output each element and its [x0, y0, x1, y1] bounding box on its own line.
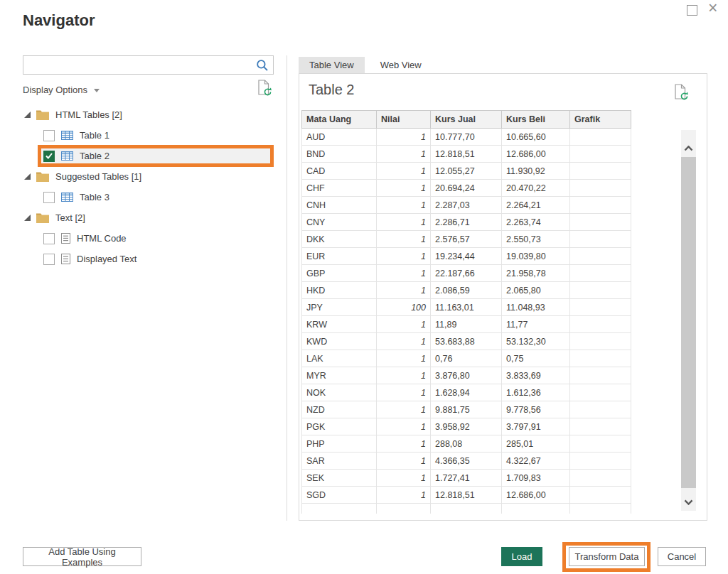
vertical-scrollbar[interactable] — [681, 130, 696, 511]
table-cell: DKK — [302, 231, 377, 248]
tree-item[interactable]: Table 1 — [23, 125, 274, 146]
cancel-button[interactable]: Cancel — [658, 547, 706, 566]
table-cell: LAK — [302, 350, 377, 367]
table-cell: 0,75 — [502, 350, 570, 367]
maximize-icon[interactable] — [687, 5, 697, 16]
table-cell: 21.958,78 — [502, 265, 570, 282]
table-cell: 12.818,51 — [431, 487, 502, 504]
table-cell: 12.686,00 — [502, 487, 570, 504]
table-cell — [570, 248, 631, 265]
table-cell: 1 — [377, 487, 431, 504]
table-cell: HKD — [302, 282, 377, 299]
checkbox[interactable] — [43, 233, 55, 244]
tree-item[interactable]: Table 3 — [23, 187, 274, 207]
table-cell: 1 — [377, 129, 431, 146]
table-cell — [570, 470, 631, 487]
table-cell: 2.086,59 — [431, 282, 502, 299]
table-cell — [570, 504, 631, 514]
table-cell — [502, 504, 570, 514]
table-row: EUR119.234,4419.039,80 — [302, 248, 631, 265]
scroll-up-icon[interactable] — [684, 141, 693, 154]
table-cell: 3.958,92 — [431, 418, 502, 435]
add-table-using-examples-button[interactable]: Add Table Using Examples — [23, 547, 141, 566]
table-cell: 2.287,03 — [431, 197, 502, 214]
table-cell: 1 — [377, 231, 431, 248]
checkbox[interactable] — [43, 151, 55, 162]
checkbox[interactable] — [43, 130, 55, 141]
navigator-dialog: × Navigator Display Options HTML Tables … — [0, 0, 728, 574]
refresh-preview-icon[interactable] — [674, 84, 689, 104]
table-row: JPY10011.163,0111.048,93 — [302, 299, 631, 316]
table-cell: 1 — [377, 401, 431, 418]
tree-folder[interactable]: HTML Tables [2] — [23, 104, 274, 125]
table-cell: 1 — [377, 367, 431, 384]
table-cell: SGD — [302, 487, 377, 504]
table-row: DKK12.576,572.550,73 — [302, 231, 631, 248]
display-options-dropdown[interactable]: Display Options — [23, 82, 100, 97]
table-cell: MYR — [302, 367, 377, 384]
table-cell: CNH — [302, 197, 377, 214]
tree-folder[interactable]: Suggested Tables [1] — [23, 166, 274, 187]
close-icon[interactable]: × — [708, 0, 717, 17]
table-cell: EUR — [302, 248, 377, 265]
table-cell: 1 — [377, 333, 431, 350]
tree-label: Displayed Text — [77, 254, 136, 264]
table-header-row: Mata UangNilaiKurs JualKurs BeliGrafik — [302, 111, 631, 129]
table-cell: 19.039,80 — [502, 248, 570, 265]
load-button[interactable]: Load — [501, 547, 542, 566]
checkbox[interactable] — [43, 192, 55, 203]
tree-expanded-icon[interactable] — [24, 215, 31, 221]
table-row: SGD112.818,5112.686,00 — [302, 487, 631, 504]
table-cell: 1.612,36 — [502, 384, 570, 401]
table-icon — [61, 131, 73, 140]
table-cell: 20.470,22 — [502, 180, 570, 197]
table-row: CAD112.055,2711.930,92 — [302, 163, 631, 180]
check-icon — [45, 152, 53, 160]
tree-item[interactable]: Displayed Text — [23, 249, 274, 269]
table-cell — [570, 231, 631, 248]
column-header: Mata Uang — [302, 111, 377, 129]
table-cell — [570, 384, 631, 401]
preview-table-container: Mata UangNilaiKurs JualKurs BeliGrafik A… — [301, 110, 633, 514]
table-row: KRW111,8911,77 — [302, 316, 631, 333]
tree-label: HTML Tables [2] — [55, 109, 122, 120]
search-input[interactable] — [23, 56, 255, 74]
table-cell: 11.930,92 — [502, 163, 570, 180]
table-cell — [570, 282, 631, 299]
preview-table-body: AUD110.777,7010.665,60BND112.818,5112.68… — [302, 129, 631, 514]
transform-data-button[interactable]: Transform Data — [569, 547, 645, 566]
table-cell: 1 — [377, 316, 431, 333]
tab-web-view[interactable]: Web View — [370, 57, 432, 73]
table-cell: 1 — [377, 214, 431, 231]
table-cell: SAR — [302, 453, 377, 470]
table-cell: 1.727,41 — [431, 470, 502, 487]
table-row: LAK10,760,75 — [302, 350, 631, 367]
table-cell: 2.264,21 — [502, 197, 570, 214]
table-cell: PHP — [302, 435, 377, 453]
scrollbar-thumb[interactable] — [681, 157, 696, 488]
chevron-down-icon — [94, 89, 100, 92]
table-cell: 20.694,24 — [431, 180, 502, 197]
table-cell: 53.132,30 — [502, 333, 570, 350]
table-cell: KWD — [302, 333, 377, 350]
table-row: BND112.818,5112.686,00 — [302, 146, 631, 163]
tree-expanded-icon[interactable] — [24, 112, 31, 118]
checkbox[interactable] — [43, 254, 55, 265]
table-cell: 3.797,91 — [502, 418, 570, 435]
table-cell — [570, 129, 631, 146]
tab-table-view[interactable]: Table View — [299, 57, 365, 73]
tree-folder[interactable]: Text [2] — [23, 207, 274, 228]
table-row: MYR13.876,803.833,69 — [302, 367, 631, 384]
table-cell: 2.550,73 — [502, 231, 570, 248]
table-cell: 53.683,88 — [431, 333, 502, 350]
table-cell: KRW — [302, 316, 377, 333]
table-cell: 12.818,51 — [431, 146, 502, 163]
scroll-down-icon[interactable] — [684, 495, 693, 508]
tree-expanded-icon[interactable] — [24, 173, 31, 180]
table-cell: BND — [302, 146, 377, 163]
refresh-source-icon[interactable] — [257, 80, 272, 99]
table-cell — [570, 367, 631, 384]
table-cell: AUD — [302, 129, 377, 146]
tree-item[interactable]: Table 2 — [23, 146, 274, 166]
tree-item[interactable]: HTML Code — [23, 228, 274, 249]
